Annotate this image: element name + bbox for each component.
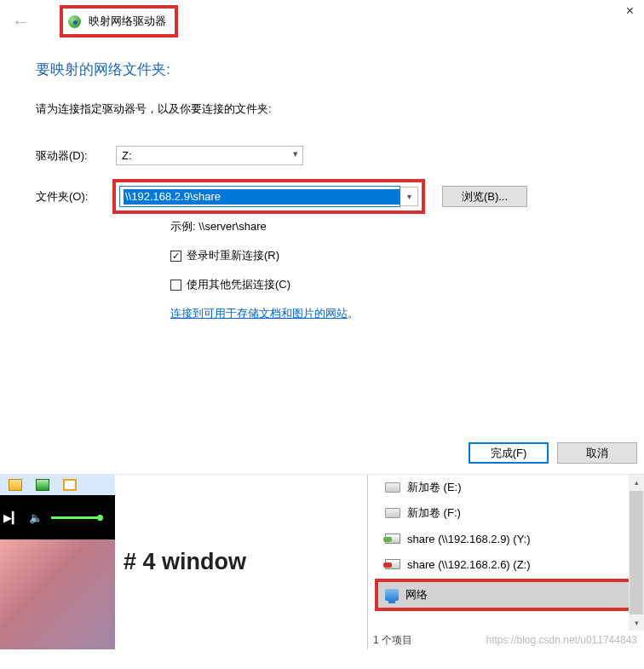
network-drive-icon [68,15,81,28]
tree-item-share-y[interactable]: share (\\192.168.2.9) (Y:) [368,526,644,551]
section-title: # 4 window [124,549,246,575]
taskbar [0,475,115,495]
scroll-up-icon[interactable]: ▴ [629,475,644,490]
drive-select-wrapper[interactable] [116,146,303,165]
back-arrow-icon[interactable]: ← [12,13,29,30]
paint-icon[interactable] [36,479,49,491]
drive-label: 驱动器(D): [36,148,116,164]
network-share-icon [385,533,400,544]
website-link[interactable]: 连接到可用于存储文档和图片的网站 [170,307,348,320]
tree-item-label: share (\\192.168.2.9) (Y:) [407,533,531,545]
tree-item-label: 新加卷 (F:) [407,505,461,521]
tree-item-share-z[interactable]: share (\\192.168.2.6) (Z:) [368,551,644,577]
next-track-icon[interactable]: ▶▎ [3,511,20,524]
website-period: 。 [348,307,359,320]
browse-button[interactable]: 浏览(B)... [442,186,527,207]
vm-icon[interactable] [63,479,77,491]
dialog-title: 映射网络驱动器 [89,14,166,29]
status-bar: 1 个项目 [373,633,412,648]
other-credentials-label: 使用其他凭据连接(C) [187,277,290,292]
folder-highlight-box: ▾ [112,179,425,214]
other-credentials-checkbox[interactable] [170,280,181,291]
folder-combo[interactable] [119,186,400,207]
volume-icon[interactable]: 🔈 [29,511,43,524]
folder-example: 示例: \\server\share [170,219,644,234]
tree-item-label: 网络 [405,587,428,603]
title-highlight-box: 映射网络驱动器 [60,5,179,37]
dialog-instruction: 请为连接指定驱动器号，以及你要连接的文件夹: [36,101,644,117]
folder-input[interactable] [124,189,400,205]
folder-label: 文件夹(O): [36,189,116,205]
reconnect-checkbox[interactable]: ✓ [170,251,181,262]
explorer-tree-pane: 新加卷 (E:) 新加卷 (F:) share (\\192.168.2.9) … [367,475,644,649]
tree-item-label: share (\\192.168.2.6) (Z:) [407,558,531,571]
dialog-heading: 要映射的网络文件夹: [36,60,644,79]
close-icon[interactable]: × [626,3,634,19]
cancel-button[interactable]: 取消 [557,442,637,464]
tree-item-drive-f[interactable]: 新加卷 (F:) [368,500,644,526]
finish-button[interactable]: 完成(F) [469,442,549,464]
folder-dropdown-button[interactable]: ▾ [400,187,418,206]
scrollbar-thumb[interactable] [630,491,643,614]
network-icon [385,589,399,601]
scroll-down-icon[interactable]: ▾ [629,615,644,631]
media-progress[interactable] [51,516,102,519]
tree-item-drive-e[interactable]: 新加卷 (E:) [368,475,644,500]
scrollbar[interactable]: ▴ ▾ [629,475,644,631]
media-player-bar: ▶▎ 🔈 [0,495,115,539]
network-share-disconnected-icon [385,559,400,569]
tree-item-label: 新加卷 (E:) [407,480,462,495]
video-thumbnail [0,539,115,649]
drive-icon [385,482,400,493]
watermark: https://blog.csdn.net/u011744843 [486,634,637,646]
drive-select[interactable] [116,146,303,165]
explorer-icon[interactable] [9,479,22,491]
reconnect-label: 登录时重新连接(R) [187,248,279,263]
drive-icon [385,508,400,518]
tree-item-network[interactable]: 网络 [378,582,634,608]
network-highlight-box: 网络 [375,579,637,611]
